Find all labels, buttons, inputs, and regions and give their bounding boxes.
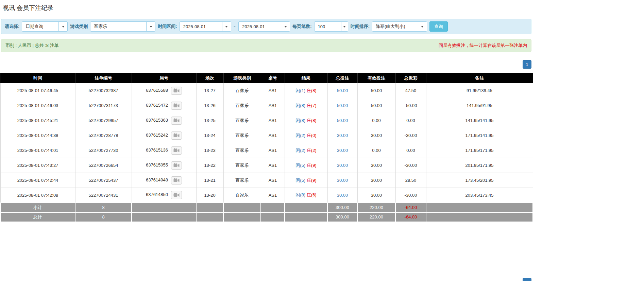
result-player: 闲(2)	[295, 133, 305, 138]
query-type-select[interactable]: 日期查询	[22, 21, 68, 32]
bet-record-row: 2025-08-01 07:42:08522700724431637614850…	[0, 188, 533, 203]
page-size-input[interactable]	[315, 22, 341, 31]
time-cell: 2025-08-01 07:46:45	[0, 83, 75, 98]
table-number-cell: AS1	[261, 158, 285, 173]
bet-record-row: 2025-08-01 07:44:01522700727730637615136…	[0, 143, 533, 158]
payout-cell: -30.00	[395, 128, 426, 143]
date-from-value: 2025-08-01	[180, 22, 222, 31]
round-number: 637615242	[146, 133, 168, 138]
grand-total-total-bet: 300.00	[327, 212, 357, 222]
session-cell: 13-25	[196, 113, 223, 128]
column-header: 游戏类别	[223, 73, 261, 83]
video-replay-button[interactable]	[171, 191, 182, 199]
session-cell: 13-27	[196, 83, 223, 98]
result-player: 闲(8)	[295, 192, 305, 197]
note-cell: 173.45/201.95	[426, 173, 533, 188]
round-cell: 637614850	[132, 188, 196, 203]
chevron-down-icon	[421, 26, 424, 28]
game-category-label: 游戏类别	[70, 23, 88, 30]
valid-bet-cell: 50.00	[357, 98, 395, 113]
column-header: 注单编号	[75, 73, 132, 83]
date-to-caret-button[interactable]	[281, 22, 290, 31]
game-category-select[interactable]: 百家乐	[90, 21, 155, 32]
valid-bet-notice-text: 同局有效投注，统一计算在该局第一张注单内	[439, 42, 527, 49]
note-cell: 91.95/139.45	[426, 83, 533, 98]
game-category-cell: 百家乐	[223, 188, 261, 203]
game-category-cell: 百家乐	[223, 143, 261, 158]
search-button[interactable]: 查询	[429, 21, 448, 32]
video-replay-button[interactable]	[171, 131, 182, 140]
total-bet-cell: 30.00	[327, 158, 357, 173]
payout-cell: -30.00	[395, 188, 426, 203]
result-cell: 闲(8) 庄(6)	[285, 188, 327, 203]
result-banker: 庄(6)	[307, 192, 317, 197]
round-cell: 637615588	[132, 83, 196, 98]
sort-caret-button[interactable]	[418, 22, 427, 31]
total-bet-link[interactable]: 30.00	[337, 133, 348, 138]
game-category-cell: 百家乐	[223, 113, 261, 128]
page-size-select[interactable]	[314, 21, 348, 32]
date-from-caret-button[interactable]	[222, 22, 231, 31]
query-type-caret-button[interactable]	[58, 22, 67, 31]
date-from-select[interactable]: 2025-08-01	[180, 21, 231, 32]
chevron-down-icon	[225, 26, 228, 28]
total-bet-cell: 50.00	[327, 113, 357, 128]
bet-id-cell: 522700726654	[75, 158, 132, 173]
video-replay-button[interactable]	[171, 102, 182, 110]
video-replay-button[interactable]	[171, 117, 182, 125]
subtotal-total-bet: 300.00	[327, 203, 357, 212]
page-size-caret-button[interactable]	[341, 22, 348, 31]
time-cell: 2025-08-01 07:42:44	[0, 173, 75, 188]
payout-cell: -50.00	[395, 98, 426, 113]
payout-cell: 0.00	[395, 143, 426, 158]
result-banker: 庄(2)	[307, 148, 317, 153]
total-bet-link[interactable]: 50.00	[337, 88, 348, 93]
video-replay-button[interactable]	[171, 176, 182, 185]
video-replay-button[interactable]	[171, 146, 182, 155]
video-replay-button[interactable]	[171, 161, 182, 170]
table-number-cell: AS1	[261, 113, 285, 128]
table-body: 2025-08-01 07:46:45522700732387637615588…	[0, 83, 533, 203]
total-bet-link[interactable]: 30.00	[337, 193, 348, 198]
video-replay-button[interactable]	[171, 87, 182, 95]
game-category-caret-button[interactable]	[146, 22, 155, 31]
total-bet-link[interactable]: 30.00	[337, 178, 348, 183]
sort-select[interactable]: 降幂(由大到小)	[372, 21, 427, 32]
date-to-select[interactable]: 2025-08-01	[238, 21, 290, 32]
empty-cell	[426, 203, 533, 212]
total-bet-cell: 50.00	[327, 83, 357, 98]
game-category-cell: 百家乐	[223, 98, 261, 113]
column-header: 备注	[426, 73, 533, 83]
valid-bet-cell: 30.00	[357, 128, 395, 143]
result-player: 闲(8)	[295, 118, 305, 123]
table-number-cell: AS1	[261, 83, 285, 98]
result-player: 闲(5)	[295, 163, 305, 168]
total-bet-link[interactable]: 30.00	[337, 148, 348, 153]
chevron-down-icon	[343, 26, 346, 28]
table-header-row: 时间注单编号局号场次游戏类别桌号结果总投注有效投注总派彩备注	[0, 73, 533, 83]
empty-cell	[261, 203, 285, 212]
column-header: 局号	[132, 73, 196, 83]
column-header: 桌号	[261, 73, 285, 83]
session-cell: 13-22	[196, 158, 223, 173]
result-player: 闲(1)	[295, 88, 305, 93]
total-bet-link[interactable]: 50.00	[337, 103, 348, 108]
time-cell: 2025-08-01 07:44:38	[0, 128, 75, 143]
bet-record-row: 2025-08-01 07:43:27522700726654637615055…	[0, 158, 533, 173]
total-bet-cell: 30.00	[327, 128, 357, 143]
game-category-cell: 百家乐	[223, 83, 261, 98]
time-cell: 2025-08-01 07:43:27	[0, 158, 75, 173]
total-bet-link[interactable]: 30.00	[337, 163, 348, 168]
empty-cell	[285, 212, 327, 222]
round-number: 637615472	[146, 103, 168, 108]
page-1-button[interactable]: 1	[523, 60, 531, 69]
bet-id-cell: 522700732387	[75, 83, 132, 98]
time-cell: 2025-08-01 07:45:21	[0, 113, 75, 128]
page-1-button-bottom[interactable]: 1	[523, 278, 531, 281]
total-bet-link[interactable]: 50.00	[337, 118, 348, 123]
empty-cell	[426, 212, 533, 222]
column-header: 时间	[0, 73, 75, 83]
round-cell: 637615136	[132, 143, 196, 158]
table-number-cell: AS1	[261, 143, 285, 158]
bet-records-table: 时间注单编号局号场次游戏类别桌号结果总投注有效投注总派彩备注 2025-08-0…	[0, 73, 533, 222]
